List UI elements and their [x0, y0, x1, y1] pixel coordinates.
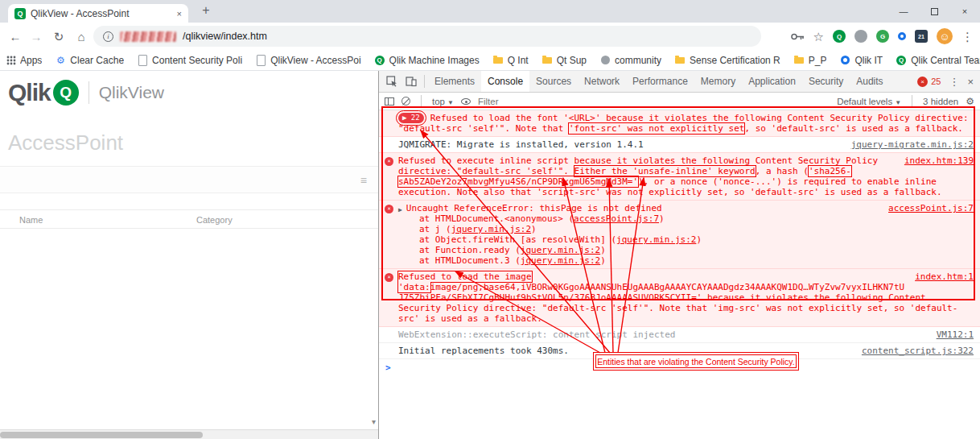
new-tab-button[interactable]: +	[198, 3, 214, 18]
bookmark-item[interactable]: Qlik Central Team M	[896, 55, 980, 66]
inspect-element-icon[interactable]	[382, 71, 401, 92]
devtools-tab-console[interactable]: Console	[481, 71, 529, 92]
bookmarks-list: Clear CacheContent Security PoliQlikView…	[55, 55, 980, 66]
bookmark-item[interactable]: Qlik Machine Images	[374, 55, 480, 66]
devtools-tab-sources[interactable]: Sources	[529, 71, 578, 92]
bookmark-label: Q Int	[508, 55, 529, 66]
browser-toolbar: ← → ↻ ⌂ i /qlikview/index.htm ☆ Q G 21 ☺…	[0, 23, 980, 50]
stack-source-link[interactable]: jquery.min.js:2	[521, 245, 600, 255]
device-toolbar-icon[interactable]	[401, 71, 421, 92]
message-text: WebExtension::executeScript: content scr…	[398, 329, 675, 340]
blue-ring-extension-icon[interactable]	[898, 32, 906, 40]
tab-close-icon[interactable]: ×	[177, 9, 182, 19]
devtools-tab-application[interactable]: Application	[742, 71, 802, 92]
bookmark-item[interactable]: P_P	[793, 55, 827, 66]
gray-extension-icon[interactable]	[854, 30, 867, 43]
source-link[interactable]: VM112:1	[937, 329, 974, 340]
devtools-tab-elements[interactable]: Elements	[428, 71, 481, 92]
stack-source-link[interactable]: jquery.min.js:2	[616, 234, 696, 245]
devtools-menu-icon[interactable]: ⋮	[949, 76, 959, 88]
console-toolbar-right: Default levels▼ 3 hidden ⚙	[837, 95, 974, 108]
list-view-icon[interactable]: ≡	[360, 174, 367, 187]
source-link[interactable]: index.htm:1	[915, 271, 974, 282]
apps-shortcut[interactable]: Apps	[6, 55, 42, 66]
browser-tab[interactable]: Q QlikView - AccessPoint ×	[8, 4, 188, 23]
bookmark-item[interactable]: Qt Sup	[541, 55, 587, 66]
grid-extension-icon[interactable]: 21	[915, 30, 928, 43]
console-sidebar-icon[interactable]	[385, 97, 394, 106]
qlik-q-icon: Q	[53, 80, 79, 106]
console-message: VM112:1WebExtension::executeScript: cont…	[379, 327, 980, 343]
forward-button[interactable]: →	[27, 28, 45, 46]
back-button[interactable]: ←	[6, 28, 24, 46]
bookmark-star-icon[interactable]: ☆	[813, 31, 824, 43]
bookmark-item[interactable]: Q Int	[492, 55, 529, 66]
devtools-close-icon[interactable]: ×	[967, 76, 974, 88]
reload-button[interactable]: ↻	[50, 28, 68, 46]
qlik-extension-icon[interactable]: Q	[833, 30, 846, 43]
console-settings-gear-icon[interactable]: ⚙	[966, 96, 974, 107]
stack-source-link[interactable]: jquery.min.js:2	[521, 255, 600, 266]
devtools-tab-security[interactable]: Security	[802, 71, 850, 92]
qlik-bookmark-icon	[374, 55, 385, 66]
expand-caret-icon[interactable]: ▶	[398, 205, 402, 215]
error-count-badge[interactable]: × 25	[917, 77, 941, 87]
gear-bookmark-icon	[55, 55, 66, 66]
devtools-tab-performance[interactable]: Performance	[626, 71, 694, 92]
clear-console-icon[interactable]	[401, 97, 410, 106]
page-info-icon[interactable]: i	[103, 31, 113, 42]
stack-source-link[interactable]: accessPoint.js:7	[574, 213, 659, 224]
close-button[interactable]: ×	[949, 0, 980, 23]
home-button[interactable]: ⌂	[72, 28, 90, 46]
error-circle-icon: ×	[917, 77, 928, 87]
context-selector[interactable]: top▼	[432, 97, 454, 106]
tabbar-divider	[424, 75, 425, 88]
devtools-tab-audits[interactable]: Audits	[850, 71, 889, 92]
maximize-button[interactable]	[919, 0, 949, 23]
console-message-line: Refused to load the image 'data:image/pn…	[398, 271, 974, 292]
devtools-tab-network[interactable]: Network	[578, 71, 626, 92]
source-link[interactable]: accessPoint.js:7	[888, 203, 974, 213]
horizontal-scrollbar[interactable]	[0, 429, 378, 439]
tab-favicon-icon: Q	[14, 8, 26, 19]
bookmark-item[interactable]: Sense Certification R	[674, 55, 780, 66]
bookmark-label: Qlik Central Team M	[911, 55, 980, 66]
bookmark-item[interactable]: Clear Cache	[55, 55, 124, 66]
console-message-line: Refused to load the font '<URL>' because…	[398, 113, 974, 134]
page-title: AccessPoint	[8, 130, 123, 155]
profile-avatar[interactable]: ☺	[937, 28, 953, 44]
source-link[interactable]: jquery-migrate.min.js:2	[851, 139, 974, 150]
console-filter-input[interactable]	[478, 97, 574, 106]
key-icon[interactable]	[791, 32, 805, 41]
address-bar[interactable]: i /qlikview/index.htm	[93, 26, 761, 47]
repeat-count-badge[interactable]: ▶ 22	[398, 113, 424, 123]
live-expression-eye-icon[interactable]	[461, 98, 471, 105]
logo-divider	[89, 81, 89, 104]
column-category[interactable]: Category	[196, 210, 233, 230]
minimize-button[interactable]: —	[888, 0, 919, 23]
source-link[interactable]: index.htm:139	[904, 155, 974, 166]
apps-grid-icon	[6, 56, 16, 65]
folder-bookmark-icon	[541, 55, 553, 66]
vertical-scroll-down-icon[interactable]: ▾	[372, 417, 376, 426]
devtools-tab-memory[interactable]: Memory	[694, 71, 742, 92]
bookmark-label: Qlik Machine Images	[389, 55, 480, 66]
bookmark-item[interactable]: community	[599, 55, 661, 66]
browser-menu-icon[interactable]: ⋮	[961, 31, 974, 43]
green-extension-icon[interactable]: G	[876, 30, 889, 43]
console-message-line: WebExtension::executeScript: content scr…	[398, 329, 974, 340]
document-table-header: Name Category	[0, 209, 378, 229]
bookmark-item[interactable]: QlikView - AccessPoi	[255, 55, 360, 66]
message-text: )	[531, 224, 537, 234]
source-link[interactable]: content_script.js:322	[862, 346, 974, 356]
bookmark-item[interactable]: Qlik IT	[839, 55, 883, 66]
bookmark-label: P_P	[809, 55, 827, 66]
console-message: index.htm:1×Refused to load the image 'd…	[379, 268, 980, 327]
stack-source-link[interactable]: jquery.min.js:2	[451, 224, 531, 234]
bookmark-label: community	[615, 55, 661, 66]
log-levels-selector[interactable]: Default levels▼	[837, 97, 901, 106]
column-name[interactable]: Name	[19, 210, 43, 230]
console-message-line: at Function.ready (jquery.min.js:2)	[398, 245, 974, 255]
bookmark-item[interactable]: Content Security Poli	[137, 55, 242, 66]
horizontal-scrollbar-thumb[interactable]	[0, 432, 203, 438]
